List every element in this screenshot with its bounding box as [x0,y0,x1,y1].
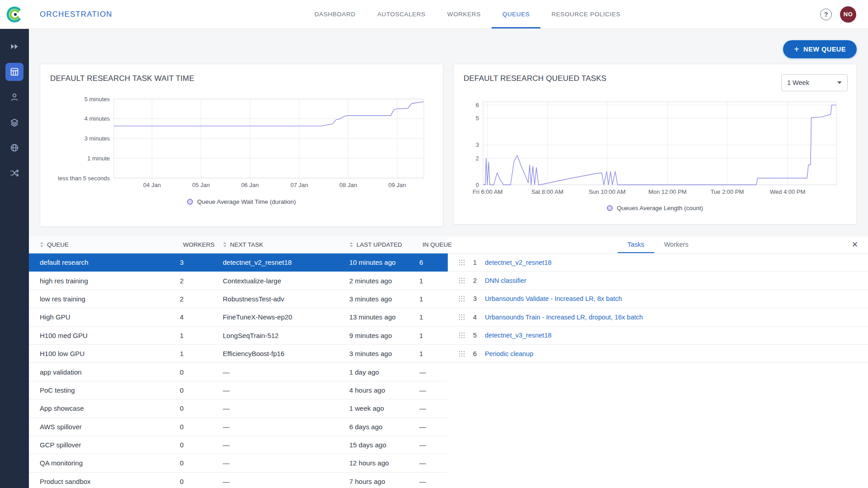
plus-icon: + [794,45,799,54]
column-label: LAST UPDATED [357,241,402,248]
queue-row-product-sandbox[interactable]: Product sandbox0—7 hours ago— [29,473,448,488]
help-icon[interactable]: ? [820,9,832,20]
sort-icon [40,242,44,248]
panel-tab-tasks[interactable]: Tasks [618,236,654,253]
queue-row-gcp-spillover[interactable]: GCP spillover0—15 days ago— [29,436,448,454]
new-queue-button[interactable]: + NEW QUEUE [783,40,857,58]
column-header-next-task[interactable]: NEXT TASK [212,241,338,248]
svg-text:Mon 12:00 PM: Mon 12:00 PM [648,188,687,195]
in-queue-count: — [408,386,448,394]
new-queue-label: NEW QUEUE [803,46,846,53]
drag-handle-icon[interactable] [459,332,466,338]
drag-handle-icon[interactable] [459,259,466,266]
app-logo[interactable] [0,6,29,23]
sidebar-item-workers[interactable] [5,88,23,106]
sidebar-item-layers[interactable] [5,113,23,131]
queue-name: High GPU [29,313,169,321]
task-index: 2 [473,277,485,284]
queue-name: H100 low GPU [29,350,169,357]
task-link[interactable]: detectnet_v2_resnet18 [485,259,552,266]
queue-row-qa-monitoring[interactable]: QA monitoring0—12 hours ago— [29,454,448,472]
panel-tab-workers[interactable]: Workers [654,236,699,253]
svg-text:1 minute: 1 minute [87,155,110,162]
sidebar-item-pipelines[interactable] [5,164,23,182]
queue-row-app-validation[interactable]: app validation0—1 day ago— [29,363,448,381]
drag-handle-icon[interactable] [459,277,466,284]
queue-row-app-showcase[interactable]: App showcase0—1 week ago— [29,399,448,418]
sidebar [0,29,29,488]
next-task: FineTuneX-News-ep20 [212,313,338,321]
sidebar-item-launch[interactable] [5,38,23,56]
in-queue-count: — [408,423,448,431]
wait-time-chart-title: DEFAULT RESEARCH TASK WAIT TIME [50,74,194,83]
drag-handle-icon[interactable] [459,314,466,320]
time-range-select[interactable]: 1 Week [781,74,848,91]
task-link[interactable]: DNN classifier [485,277,526,284]
next-task: EfficiencyBoost-fp16 [212,350,338,357]
queued-tasks-legend: Queues Average Length (count) [454,205,856,211]
nav-tab-dashboard[interactable]: DASHBOARD [304,0,366,28]
next-task: LongSeqTrain-512 [212,332,338,339]
task-row-urbansounds-validate-increased-lr-8x-batch: 3Urbansounds Validate - Increased LR, 8x… [448,290,868,308]
task-row-periodic-cleanup: 6Periodic cleanup [448,345,868,363]
last-updated: 10 minutes ago [338,258,408,266]
nav-tab-autoscalers[interactable]: AUTOSCALERS [366,0,436,28]
nav-tab-resource-policies[interactable]: RESOURCE POLICIES [540,0,631,28]
workers-count: 2 [169,277,212,285]
next-task: — [212,386,338,394]
queue-row-aws-spillover[interactable]: AWS spillover0—6 days ago— [29,418,448,436]
in-queue-count: 6 [408,258,448,266]
queue-row-default-research[interactable]: default research3detectnet_v2_resnet1810… [29,253,448,272]
wait-time-legend: Queue Average Wait Time (duration) [40,198,443,205]
pipelines-icon [9,168,19,178]
top-right-actions: ? NO [820,6,868,23]
last-updated: 4 hours ago [338,386,408,394]
sidebar-item-globe[interactable] [5,139,23,157]
queue-row-h100-low-gpu[interactable]: H100 low GPU1EfficiencyBoost-fp163 minut… [29,345,448,363]
svg-text:Tue 2:00 PM: Tue 2:00 PM [710,188,744,195]
queue-details-panel: TasksWorkers ✕ 1detectnet_v2_resnet182DN… [448,236,868,488]
svg-text:Sat 8:00 AM: Sat 8:00 AM [531,188,563,195]
queue-name: GCP spillover [29,441,169,449]
queue-row-h100-med-gpu[interactable]: H100 med GPU1LongSeqTrain-5129 minutes a… [29,327,448,345]
queue-row-low-res-training[interactable]: low res training2RobustnessTest-adv3 min… [29,290,448,308]
svg-text:Wed 4:00 PM: Wed 4:00 PM [770,188,806,195]
nav-tab-workers[interactable]: WORKERS [436,0,492,28]
queues-table-header: QUEUEWORKERSNEXT TASKLAST UPDATEDIN QUEU… [29,236,448,253]
column-header-last-updated[interactable]: LAST UPDATED [338,241,408,248]
workers-count: 0 [169,404,212,412]
queue-name: app validation [29,368,169,376]
workers-count: 3 [169,258,212,266]
drag-handle-icon[interactable] [459,296,466,302]
queue-name: low res training [29,295,169,303]
queues-icon [9,67,19,77]
column-header-workers[interactable]: WORKERS [169,241,212,248]
sort-icon [349,242,353,248]
avatar[interactable]: NO [840,6,856,23]
queue-row-poc-testing[interactable]: PoC testing0—4 hours ago— [29,381,448,399]
in-queue-count: — [408,404,448,412]
queue-row-high-gpu[interactable]: High GPU4FineTuneX-News-ep2013 minutes a… [29,308,448,326]
last-updated: 15 days ago [338,441,408,449]
queue-row-high-res-training[interactable]: high res training2Contextualize-large2 m… [29,272,448,290]
task-link[interactable]: Urbansounds Validate - Increased LR, 8x … [485,295,622,302]
task-link[interactable]: detectnet_v3_resnet18 [485,332,552,339]
drag-handle-icon[interactable] [459,351,466,357]
task-link[interactable]: Periodic cleanup [485,350,533,357]
column-header-in-queue[interactable]: IN QUEUE [408,241,448,248]
top-nav: DASHBOARDAUTOSCALERSWORKERSQUEUESRESOURC… [304,0,631,28]
globe-icon [9,143,19,153]
queued-tasks-chart: 65320Fri 6:00 AMSat 8:00 AMSun 10:00 AMM… [454,94,857,202]
svg-text:06 Jan: 06 Jan [241,182,259,188]
svg-text:05 Jan: 05 Jan [192,182,210,188]
sidebar-item-queues[interactable] [5,63,23,81]
column-header-queue[interactable]: QUEUE [29,241,169,248]
svg-text:09 Jan: 09 Jan [388,182,406,188]
close-icon[interactable]: ✕ [852,236,858,253]
svg-text:3: 3 [476,141,479,148]
svg-text:04 Jan: 04 Jan [143,182,161,188]
nav-tab-queues[interactable]: QUEUES [492,0,541,28]
column-label: WORKERS [183,241,215,248]
queue-name: default research [29,258,169,266]
task-link[interactable]: Urbansounds Train - Increased LR, dropou… [485,314,643,321]
